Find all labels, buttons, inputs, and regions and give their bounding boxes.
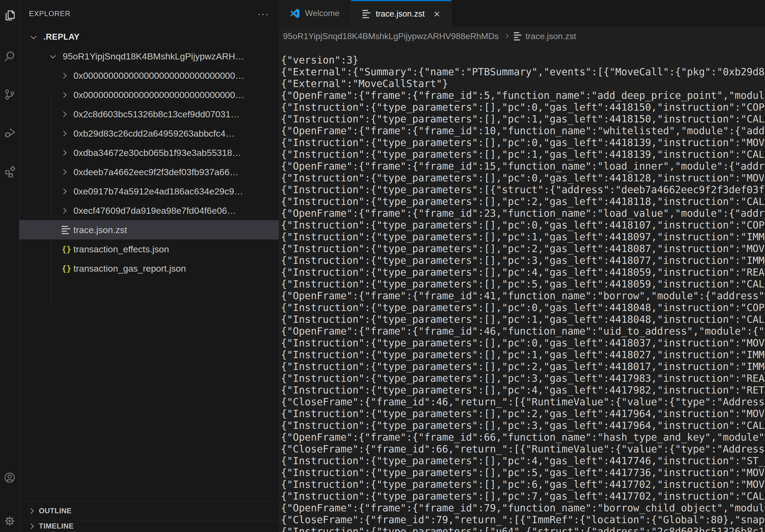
code-line: {"Instruction":{"type_parameters":[],"pc… bbox=[281, 196, 765, 208]
run-and-debug-icon[interactable] bbox=[3, 127, 16, 139]
tree-item-label: 0xb29d83c26cdd2a64959263abbcfc4… bbox=[73, 128, 235, 139]
account-icon[interactable] bbox=[3, 471, 16, 484]
chevron-right-icon bbox=[62, 151, 73, 155]
chevron-right-icon bbox=[62, 112, 73, 116]
code-line: {"CloseFrame":{"frame_id":79,"return_":[… bbox=[281, 514, 765, 526]
tree-item-label: 0x000000000000000000000000000000… bbox=[73, 90, 244, 100]
tree-row[interactable]: 0xecf47609d7da919ea98e7fd04f6e06… bbox=[19, 201, 279, 220]
tree-row[interactable]: trace.json.zst bbox=[19, 220, 279, 239]
tree-row[interactable]: 0xdba34672e30cb065b1f93e3ab55318… bbox=[19, 143, 279, 162]
code-line: {"OpenFrame":{"frame":{"frame_id":66,"fu… bbox=[281, 431, 765, 443]
code-line: {"CloseFrame":{"frame_id":66,"return_":[… bbox=[281, 443, 765, 455]
code-line: {"Instruction":{"type_parameters":[],"pc… bbox=[281, 385, 765, 396]
activity-bar bbox=[0, 0, 19, 532]
tree-item-label: 0x000000000000000000000000000000… bbox=[73, 71, 244, 81]
zst-file-icon bbox=[363, 10, 371, 18]
tree-row[interactable]: {} transaction_gas_report.json bbox=[19, 259, 279, 278]
code-line: {"Instruction":{"type_parameters":[],"pc… bbox=[281, 267, 765, 278]
code-line: {"OpenFrame":{"frame":{"frame_id":79,"fu… bbox=[281, 502, 765, 514]
sidebar-bottom-panels: OUTLINE TIMELINE bbox=[19, 501, 279, 532]
code-line: {"Instruction":{"type_parameters":[],"pc… bbox=[281, 361, 765, 373]
json-file-icon: {} bbox=[62, 264, 73, 273]
tab-bar: Welcome trace.json.zst × bbox=[279, 0, 765, 27]
gear-icon[interactable] bbox=[3, 515, 16, 527]
tab-welcome[interactable]: Welcome bbox=[279, 0, 351, 27]
tree-row[interactable]: {} transaction_effects.json bbox=[19, 239, 279, 259]
tab-trace-json-zst[interactable]: trace.json.zst × bbox=[351, 0, 452, 27]
tab-label: trace.json.zst bbox=[376, 9, 425, 19]
code-line: {"version":3} bbox=[281, 54, 765, 66]
tree-row[interactable]: 0x000000000000000000000000000000… bbox=[19, 66, 279, 85]
code-line: {"Instruction":{"type_parameters":[],"pc… bbox=[281, 219, 765, 231]
code-line: {"OpenFrame":{"frame":{"frame_id":15,"fu… bbox=[281, 160, 765, 172]
chevron-right-icon bbox=[62, 93, 73, 97]
timeline-section-header[interactable]: TIMELINE bbox=[19, 520, 279, 532]
tree-row[interactable]: 95oR1YipjSnqd18K4BMshkLgPijypwzARH… bbox=[19, 47, 279, 66]
code-line: {"Instruction":{"type_parameters":[{"str… bbox=[281, 184, 765, 196]
code-line: {"Instruction":{"type_parameters":[],"pc… bbox=[281, 373, 765, 385]
code-line: {"Instruction":{"type_parameters":[],"pc… bbox=[281, 102, 765, 113]
tree-row[interactable]: 0x2c8d603bc51326b8c13cef9dd07031… bbox=[19, 105, 279, 124]
breadcrumb-folder[interactable]: 95oR1YipjSnqd18K4BMshkLgPijypwzARHV988eR… bbox=[283, 31, 499, 41]
tree-item-label: transaction_gas_report.json bbox=[73, 263, 186, 274]
tree-item-label: .REPLAY bbox=[43, 32, 80, 42]
tree-row[interactable]: 0x000000000000000000000000000000… bbox=[19, 85, 279, 105]
extensions-icon[interactable] bbox=[3, 165, 16, 177]
chevron-right-icon bbox=[28, 508, 34, 514]
code-line: {"Instruction":{"type_parameters":[],"pc… bbox=[281, 231, 765, 243]
explorer-sidebar: EXPLORER ··· .REPLAY 95oR1YipjSnqd18K4BM… bbox=[19, 0, 279, 532]
chevron-right-icon bbox=[62, 189, 73, 193]
code-line: {"External":{"Summary":{"name":"PTBSumma… bbox=[281, 66, 765, 78]
vscode-logo-icon bbox=[290, 9, 300, 18]
code-line: {"Instruction":{"type_parameters":[],"pc… bbox=[281, 479, 765, 490]
code-line: {"Instruction":{"type_parameters":[],"pc… bbox=[281, 243, 765, 255]
tree-row[interactable]: .REPLAY bbox=[19, 27, 279, 47]
editor-content[interactable]: {"version":3}{"External":{"Summary":{"na… bbox=[279, 46, 765, 532]
tree-item-label: transaction_effects.json bbox=[73, 244, 169, 254]
sidebar-header: EXPLORER ··· bbox=[19, 0, 279, 27]
close-icon[interactable]: × bbox=[434, 9, 440, 19]
code-line: {"OpenFrame":{"frame":{"frame_id":10,"fu… bbox=[281, 125, 765, 137]
tab-label: Welcome bbox=[305, 9, 340, 18]
outline-label: OUTLINE bbox=[39, 507, 72, 515]
chevron-right-icon bbox=[504, 34, 508, 39]
code-line: {"Instruction":{"type_parameters":[],"pc… bbox=[281, 255, 765, 267]
chevron-right-icon bbox=[28, 523, 34, 529]
sidebar-title: EXPLORER bbox=[29, 10, 71, 18]
zst-file-icon bbox=[62, 226, 73, 234]
code-line: {"Instruction":{"type_parameters":[],"pc… bbox=[281, 420, 765, 431]
code-line: {"Instruction":{"type_parameters":[],"pc… bbox=[281, 113, 765, 125]
breadcrumb-file[interactable]: trace.json.zst bbox=[526, 31, 576, 41]
indent-guide bbox=[51, 93, 51, 305]
tree-item-label: trace.json.zst bbox=[73, 225, 127, 235]
tree-item-label: 0xdba34672e30cb065b1f93e3ab55318… bbox=[73, 147, 241, 158]
editor-group: Welcome trace.json.zst × 95oR1YipjSnqd18… bbox=[279, 0, 765, 532]
outline-section-header[interactable]: OUTLINE bbox=[19, 501, 279, 520]
code-line: {"Instruction":{"type_parameters":[],"pc… bbox=[281, 337, 765, 349]
json-file-icon: {} bbox=[62, 245, 73, 254]
timeline-label: TIMELINE bbox=[39, 522, 74, 530]
code-line: {"CloseFrame":{"frame_id":46,"return_":[… bbox=[281, 396, 765, 408]
tree-row[interactable]: 0xdeeb7a4662eec9f2f3def03fb937a66… bbox=[19, 162, 279, 182]
zst-file-icon bbox=[514, 32, 521, 40]
code-line: {"Instruction":{"type_parameters":[],"pc… bbox=[281, 172, 765, 184]
tree-item-label: 95oR1YipjSnqd18K4BMshkLgPijypwzARH… bbox=[63, 51, 244, 62]
code-line: {"OpenFrame":{"frame":{"frame_id":41,"fu… bbox=[281, 290, 765, 302]
code-line: {"Instruction":{"type_parameters":[],"pc… bbox=[281, 349, 765, 361]
chevron-right-icon bbox=[62, 209, 73, 213]
tree-item-label: 0xecf47609d7da919ea98e7fd04f6e06… bbox=[73, 205, 236, 216]
source-control-icon[interactable] bbox=[3, 89, 16, 101]
code-line: {"Instruction":{"type_parameters":["u64"… bbox=[281, 526, 765, 532]
explorer-icon[interactable] bbox=[3, 9, 16, 21]
chevron-right-icon bbox=[62, 74, 73, 78]
code-line: {"Instruction":{"type_parameters":[],"pc… bbox=[281, 490, 765, 502]
tree-row[interactable]: 0xe0917b74a5912e4ad186ac634e29c9… bbox=[19, 182, 279, 201]
file-tree: .REPLAY 95oR1YipjSnqd18K4BMshkLgPijypwzA… bbox=[19, 27, 279, 278]
search-icon[interactable] bbox=[3, 50, 16, 63]
tree-item-label: 0xdeeb7a4662eec9f2f3def03fb937a66… bbox=[73, 167, 239, 177]
tree-row[interactable]: 0xb29d83c26cdd2a64959263abbcfc4… bbox=[19, 124, 279, 143]
chevron-right-icon bbox=[62, 170, 73, 174]
code-line: {"OpenFrame":{"frame":{"frame_id":23,"fu… bbox=[281, 208, 765, 219]
chevron-down-icon bbox=[32, 35, 43, 39]
more-actions-icon[interactable]: ··· bbox=[258, 12, 269, 15]
